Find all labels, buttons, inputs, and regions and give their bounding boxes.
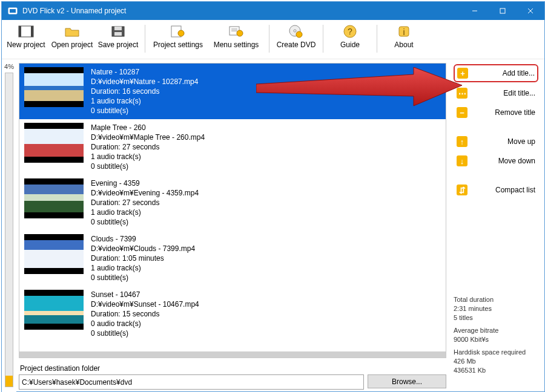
title-info: Evening - 4359D:¥video¥m¥Evening - 4359.… xyxy=(91,178,199,227)
toolbar-separator xyxy=(323,25,323,53)
title-name: Clouds - 7399 xyxy=(91,234,195,244)
add-title-button[interactable]: + Add title... xyxy=(454,64,538,82)
compact-list-label: Compact list xyxy=(474,186,535,194)
list-pane: Nature - 10287D:¥video¥m¥Nature - 10287.… xyxy=(16,59,451,392)
svg-point-19 xyxy=(294,30,296,32)
svg-point-13 xyxy=(178,30,184,36)
title-item[interactable]: Evening - 4359D:¥video¥m¥Evening - 4359.… xyxy=(19,175,446,230)
title-thumbnail xyxy=(24,178,84,218)
right-pane: + Add title... ⋯ Edit title... − Remove … xyxy=(451,59,544,392)
move-down-label: Move down xyxy=(474,157,535,165)
about-button[interactable]: i About xyxy=(381,22,427,55)
svg-rect-1 xyxy=(10,9,16,13)
title-path: D:¥video¥m¥Sunset - 10467.mp4 xyxy=(91,299,199,309)
arrow-up-icon: ↑ xyxy=(457,136,467,147)
usage-column: 4% xyxy=(2,59,16,392)
project-settings-button[interactable]: Project settings xyxy=(149,22,207,55)
project-settings-label: Project settings xyxy=(153,41,203,49)
remove-title-label: Remove title xyxy=(474,108,535,117)
info-icon: i xyxy=(395,24,413,39)
toolbar-separator xyxy=(377,25,377,53)
compact-icon: ⇵ xyxy=(457,185,467,195)
save-project-button[interactable]: Save project xyxy=(95,22,141,55)
guide-label: Guide xyxy=(340,41,360,49)
title-thumbnail xyxy=(24,234,84,274)
title-item[interactable]: Nature - 10287D:¥video¥m¥Nature - 10287.… xyxy=(19,64,446,119)
new-project-button[interactable]: New project xyxy=(3,22,49,55)
svg-rect-11 xyxy=(114,32,122,36)
title-audio: 1 audio track(s) xyxy=(91,207,199,217)
title-item[interactable]: Maple Tree - 260D:¥video¥m¥Maple Tree - … xyxy=(19,119,446,175)
svg-point-17 xyxy=(237,30,243,36)
app-icon xyxy=(8,6,18,16)
stat-hdd-key: Harddisk space required xyxy=(454,348,538,357)
title-info: Sunset - 10467D:¥video¥m¥Sunset - 10467.… xyxy=(91,290,199,338)
title-thumbnail xyxy=(24,67,84,107)
remove-title-button[interactable]: − Remove title xyxy=(454,104,538,121)
svg-point-20 xyxy=(296,31,302,38)
guide-button[interactable]: ? Guide xyxy=(327,22,373,55)
add-title-label: Add title... xyxy=(474,69,535,77)
move-up-button[interactable]: ↑ Move up xyxy=(454,133,538,150)
new-project-label: New project xyxy=(7,41,45,49)
title-duration: Duration: 27 seconds xyxy=(91,142,205,152)
toolbar-separator xyxy=(145,25,145,53)
title-info: Clouds - 7399D:¥video¥m¥Clouds - 7399.mp… xyxy=(91,234,195,283)
title-subs: 0 subtitle(s) xyxy=(91,162,205,171)
title-name: Evening - 4359 xyxy=(91,178,199,188)
menu-settings-label: Menu settings xyxy=(214,41,259,49)
menu-settings-button[interactable]: Menu settings xyxy=(207,22,265,55)
stat-duration-value: 2:31 minutes xyxy=(454,304,538,313)
move-down-button[interactable]: ↓ Move down xyxy=(454,152,538,169)
open-project-button[interactable]: Open project xyxy=(49,22,95,55)
menu-settings-icon xyxy=(227,24,245,39)
create-dvd-button[interactable]: Create DVD xyxy=(273,22,319,55)
dest-folder-input[interactable] xyxy=(19,374,364,390)
usage-bar-fill xyxy=(5,376,13,387)
title-name: Sunset - 10467 xyxy=(91,290,199,299)
title-item[interactable]: Clouds - 7399D:¥video¥m¥Clouds - 7399.mp… xyxy=(19,230,446,286)
title-duration: Duration: 1:05 minutes xyxy=(91,253,195,263)
film-icon xyxy=(17,24,35,39)
usage-bar xyxy=(5,73,13,387)
title-name: Nature - 10287 xyxy=(91,67,198,77)
help-icon: ? xyxy=(341,24,359,39)
settings-page-icon xyxy=(169,24,187,39)
arrow-down-icon: ↓ xyxy=(457,155,467,166)
compact-list-button[interactable]: ⇵ Compact list xyxy=(454,181,538,198)
svg-text:i: i xyxy=(403,27,405,37)
titles-list[interactable]: Nature - 10287D:¥video¥m¥Nature - 10287.… xyxy=(19,63,446,358)
title-audio: 1 audio track(s) xyxy=(91,96,198,106)
svg-rect-8 xyxy=(31,26,33,37)
browse-button[interactable]: Browse... xyxy=(368,374,446,388)
open-project-label: Open project xyxy=(51,41,93,49)
folder-open-icon xyxy=(63,24,81,39)
stat-title-count: 5 titles xyxy=(454,313,538,322)
close-button[interactable] xyxy=(517,2,544,20)
dest-label: Project destination folder xyxy=(20,364,446,373)
title-path: D:¥video¥m¥Evening - 4359.mp4 xyxy=(91,188,199,198)
titlebar[interactable]: DVD Flick v2 - Unnamed project xyxy=(2,2,544,20)
window-title: DVD Flick v2 - Unnamed project xyxy=(22,7,461,15)
title-path: D:¥video¥m¥Maple Tree - 260.mp4 xyxy=(91,132,205,142)
svg-text:?: ? xyxy=(348,27,352,36)
stats: Total duration 2:31 minutes 5 titles Ave… xyxy=(454,292,538,375)
minus-icon: − xyxy=(457,107,467,118)
about-label: About xyxy=(394,41,413,49)
edit-title-button[interactable]: ⋯ Edit title... xyxy=(454,85,538,102)
scroll-indicator[interactable] xyxy=(19,351,446,358)
usage-percent: 4% xyxy=(4,63,14,70)
title-duration: Duration: 15 seconds xyxy=(91,309,199,319)
toolbar-separator xyxy=(269,25,269,53)
minimize-button[interactable] xyxy=(461,2,489,20)
stat-hdd-value2: 436531 Kb xyxy=(454,366,538,375)
maximize-button[interactable] xyxy=(489,2,517,20)
svg-rect-3 xyxy=(500,8,505,13)
title-path: D:¥video¥m¥Clouds - 7399.mp4 xyxy=(91,244,195,253)
stat-hdd-value1: 426 Mb xyxy=(454,357,538,366)
title-item[interactable]: Sunset - 10467D:¥video¥m¥Sunset - 10467.… xyxy=(19,286,446,342)
title-duration: Duration: 27 seconds xyxy=(91,198,199,207)
title-info: Maple Tree - 260D:¥video¥m¥Maple Tree - … xyxy=(91,123,205,171)
edit-title-label: Edit title... xyxy=(474,89,535,97)
title-subs: 0 subtitle(s) xyxy=(91,328,199,338)
